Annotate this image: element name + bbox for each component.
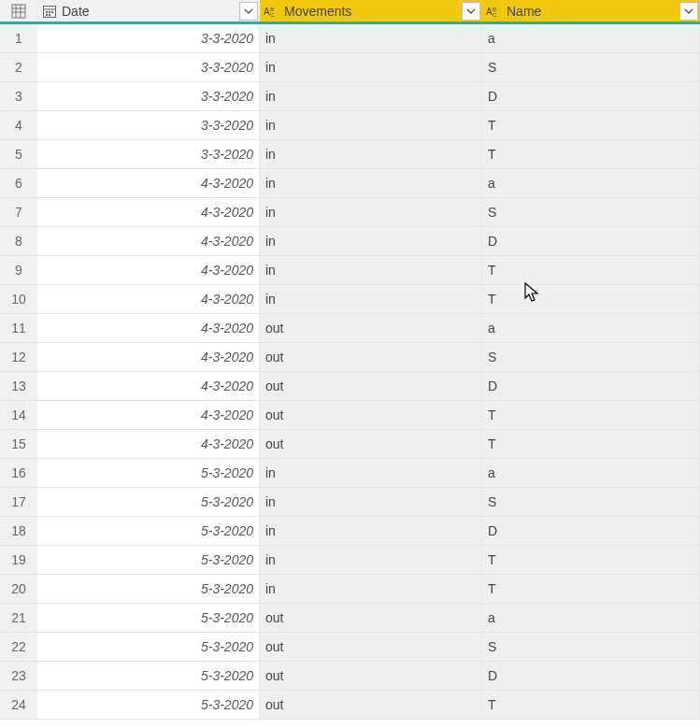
row-number[interactable]: 21 (0, 604, 37, 633)
row-number[interactable]: 3 (0, 82, 37, 111)
row-number[interactable]: 4 (0, 111, 37, 140)
cell-date[interactable]: 5-3-2020 (37, 488, 260, 517)
column-header-movements[interactable]: A B C Movements (260, 0, 482, 24)
cell-name[interactable]: S (482, 633, 700, 662)
cell-date[interactable]: 4-3-2020 (37, 198, 260, 227)
cell-date[interactable]: 5-3-2020 (37, 517, 260, 546)
cell-movements[interactable]: out (260, 343, 482, 372)
cell-name[interactable]: T (482, 546, 700, 575)
cell-movements[interactable]: out (260, 314, 482, 343)
cell-date[interactable]: 5-3-2020 (37, 459, 260, 488)
cell-name[interactable]: T (482, 430, 700, 459)
cell-movements[interactable]: in (260, 140, 482, 169)
column-filter-button[interactable] (462, 2, 480, 21)
row-number[interactable]: 5 (0, 140, 37, 169)
row-number[interactable]: 6 (0, 169, 37, 198)
cell-date[interactable]: 5-3-2020 (37, 633, 260, 662)
cell-date[interactable]: 3-3-2020 (37, 53, 260, 82)
cell-movements[interactable]: in (260, 285, 482, 314)
column-filter-button[interactable] (679, 2, 698, 21)
cell-name[interactable]: T (482, 575, 700, 604)
cell-movements[interactable]: in (260, 256, 482, 285)
row-number[interactable]: 13 (0, 372, 37, 401)
cell-movements[interactable]: out (260, 372, 482, 401)
table-corner-menu[interactable] (0, 0, 37, 24)
cell-date[interactable]: 3-3-2020 (37, 82, 260, 111)
cell-date[interactable]: 3-3-2020 (37, 24, 260, 53)
cell-name[interactable]: T (482, 111, 700, 140)
row-number[interactable]: 10 (0, 285, 37, 314)
cell-name[interactable]: D (482, 82, 700, 111)
column-filter-button[interactable] (239, 2, 258, 21)
column-header-date[interactable]: Date (37, 0, 260, 24)
cell-movements[interactable]: in (260, 169, 482, 198)
row-number[interactable]: 8 (0, 227, 37, 256)
cell-name[interactable]: T (482, 256, 700, 285)
row-number[interactable]: 12 (0, 343, 37, 372)
cell-name[interactable]: S (482, 488, 700, 517)
cell-name[interactable]: D (482, 372, 700, 401)
row-number[interactable]: 22 (0, 633, 37, 662)
cell-date[interactable]: 5-3-2020 (37, 546, 260, 575)
cell-movements[interactable]: in (260, 24, 482, 53)
cell-name[interactable]: T (482, 285, 700, 314)
cell-movements[interactable]: out (260, 604, 482, 633)
cell-movements[interactable]: in (260, 575, 482, 604)
row-number[interactable]: 23 (0, 662, 37, 691)
row-number[interactable]: 15 (0, 430, 37, 459)
column-header-name[interactable]: A B C Name (482, 0, 700, 24)
cell-name[interactable]: S (482, 343, 700, 372)
cell-name[interactable]: S (482, 53, 700, 82)
cell-name[interactable]: a (482, 314, 700, 343)
row-number[interactable]: 17 (0, 488, 37, 517)
row-number[interactable]: 18 (0, 517, 37, 546)
cell-name[interactable]: T (482, 401, 700, 430)
cell-movements[interactable]: in (260, 517, 482, 546)
cell-movements[interactable]: out (260, 633, 482, 662)
row-number[interactable]: 14 (0, 401, 37, 430)
row-number[interactable]: 20 (0, 575, 37, 604)
cell-movements[interactable]: in (260, 111, 482, 140)
cell-name[interactable]: D (482, 227, 700, 256)
cell-movements[interactable]: in (260, 459, 482, 488)
row-number[interactable]: 7 (0, 198, 37, 227)
cell-date[interactable]: 4-3-2020 (37, 227, 260, 256)
cell-name[interactable]: D (482, 517, 700, 546)
cell-date[interactable]: 5-3-2020 (37, 604, 260, 633)
cell-date[interactable]: 3-3-2020 (37, 111, 260, 140)
cell-date[interactable]: 4-3-2020 (37, 256, 260, 285)
cell-date[interactable]: 5-3-2020 (37, 575, 260, 604)
cell-name[interactable]: a (482, 604, 700, 633)
cell-name[interactable]: a (482, 459, 700, 488)
cell-name[interactable]: a (482, 24, 700, 53)
row-number[interactable]: 11 (0, 314, 37, 343)
row-number[interactable]: 2 (0, 53, 37, 82)
cell-movements[interactable]: out (260, 401, 482, 430)
cell-movements[interactable]: in (260, 82, 482, 111)
cell-movements[interactable]: in (260, 198, 482, 227)
cell-movements[interactable]: in (260, 227, 482, 256)
cell-name[interactable]: a (482, 169, 700, 198)
cell-date[interactable]: 4-3-2020 (37, 314, 260, 343)
cell-name[interactable]: S (482, 198, 700, 227)
cell-date[interactable]: 4-3-2020 (37, 372, 260, 401)
cell-movements[interactable]: in (260, 488, 482, 517)
row-number[interactable]: 24 (0, 691, 37, 720)
cell-name[interactable]: T (482, 140, 700, 169)
cell-movements[interactable]: out (260, 430, 482, 459)
cell-date[interactable]: 4-3-2020 (37, 401, 260, 430)
cell-date[interactable]: 4-3-2020 (37, 430, 260, 459)
cell-movements[interactable]: out (260, 691, 482, 720)
row-number[interactable]: 9 (0, 256, 37, 285)
cell-movements[interactable]: in (260, 53, 482, 82)
cell-date[interactable]: 4-3-2020 (37, 169, 260, 198)
cell-name[interactable]: T (482, 691, 700, 720)
cell-date[interactable]: 4-3-2020 (37, 343, 260, 372)
row-number[interactable]: 16 (0, 459, 37, 488)
cell-date[interactable]: 5-3-2020 (37, 691, 260, 720)
cell-date[interactable]: 5-3-2020 (37, 662, 260, 691)
row-number[interactable]: 1 (0, 24, 37, 53)
row-number[interactable]: 19 (0, 546, 37, 575)
cell-date[interactable]: 3-3-2020 (37, 140, 260, 169)
cell-movements[interactable]: out (260, 662, 482, 691)
